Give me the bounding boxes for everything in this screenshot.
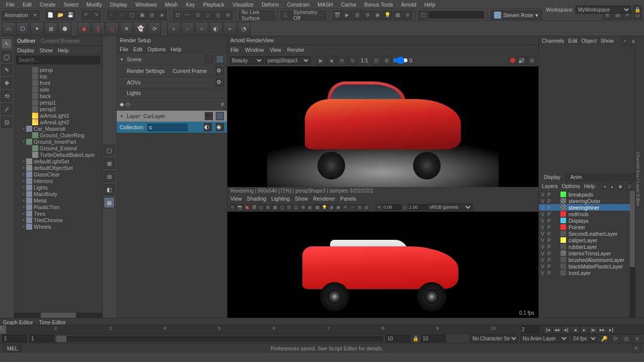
vp-bookmark-icon[interactable]: 🔖	[244, 204, 250, 211]
menu-file[interactable]: File	[2, 1, 19, 9]
autokey-icon[interactable]: 🔑	[600, 334, 609, 343]
rv-file[interactable]: File	[230, 47, 239, 53]
vp-xray-icon[interactable]: ◍	[363, 204, 370, 211]
rv-stop-icon[interactable]: ■	[327, 56, 336, 65]
step-fwd-icon[interactable]: |▸	[589, 326, 598, 334]
rotate-tool-icon[interactable]: ⟲	[1, 90, 12, 102]
move-tool-icon[interactable]: ✥	[1, 77, 12, 88]
layer-name[interactable]: CarLayer	[143, 113, 165, 119]
sel-obj-icon[interactable]: ▣	[137, 11, 146, 20]
snap-plane-icon[interactable]: ◇	[203, 11, 212, 20]
filter-icon[interactable]: ≡	[221, 101, 224, 107]
outliner-tree[interactable]: persptopfrontsidebackpersp1persp2aiAreaL…	[14, 65, 102, 313]
outliner-item[interactable]: aiAreaLight2	[15, 119, 101, 125]
vp-shaded-icon[interactable]: ◐	[307, 204, 313, 211]
layout-single-icon[interactable]: ▢	[104, 145, 115, 156]
rv-view[interactable]: View	[270, 47, 281, 53]
menu-help[interactable]: Help	[420, 1, 439, 9]
select-tool-icon[interactable]: ↖	[1, 38, 12, 49]
play-fwd-icon[interactable]: ▸	[580, 326, 589, 334]
display-layer[interactable]: VPinteriorTrimsLayer	[539, 250, 635, 256]
outliner-item[interactable]: +TrimChrome	[15, 217, 101, 223]
outliner-item[interactable]: +Lights	[15, 184, 101, 191]
snap-live-icon[interactable]: ◎	[213, 11, 222, 20]
scene-expand-icon[interactable]: ▼	[120, 57, 124, 62]
go-end-icon[interactable]: ▸|	[607, 326, 616, 334]
outliner-item[interactable]: persp1	[15, 99, 101, 106]
outliner-item[interactable]: +Ground_InnerPart	[15, 138, 101, 145]
menu-edit[interactable]: Edit	[19, 1, 36, 9]
shelf-constraint-icon[interactable]: ⟐	[167, 22, 180, 35]
outliner-item[interactable]: +defaultObjectSet	[15, 164, 101, 171]
display-layer[interactable]: VPbreakpads	[539, 191, 635, 198]
add-collection-icon[interactable]: ◇	[126, 101, 130, 107]
layer-eye-icon[interactable]: 👁	[205, 112, 213, 120]
current-frame-btn[interactable]: Current Frame	[173, 68, 207, 74]
vp-film-icon[interactable]: ▦	[272, 204, 278, 211]
ly-new-icon[interactable]: ◂	[603, 183, 606, 190]
snap-point-icon[interactable]: ⊙	[193, 11, 202, 20]
animlayer-select[interactable]: No Anim Layer	[520, 335, 569, 342]
tab-content-browser[interactable]: Content Browser	[41, 38, 80, 44]
outliner-item[interactable]: +defaultLightSet	[15, 158, 101, 164]
outliner-item[interactable]: front	[15, 79, 101, 86]
outliner-item[interactable]: persp2	[15, 106, 101, 112]
shelf-lattice-icon[interactable]: ⊞	[44, 22, 57, 35]
display-layer[interactable]: VPblackMattePlasticLayer	[539, 263, 635, 269]
rv-refresh-icon[interactable]: ⟳	[338, 56, 347, 65]
range-start[interactable]	[2, 335, 27, 342]
outliner-item[interactable]: persp	[15, 66, 101, 73]
vp-show[interactable]: Show	[295, 196, 308, 202]
play-start[interactable]	[29, 335, 54, 342]
snap-toggle-icon[interactable]: ⊕	[223, 11, 232, 20]
camera-select[interactable]: perspShape3	[265, 56, 310, 64]
outliner-item[interactable]: +PlasticTrim	[15, 204, 101, 210]
shelf-keymute-icon[interactable]: ✕	[120, 22, 133, 35]
mode-arrow-icon[interactable]: ▾	[30, 11, 39, 20]
rs-file[interactable]: File	[120, 46, 128, 52]
vp-lighting[interactable]: Lighting	[271, 196, 290, 202]
exposure-field[interactable]	[383, 204, 401, 210]
vp-aa-icon[interactable]: ✦	[342, 204, 349, 211]
display-layer[interactable]: VPrubberLayer	[539, 243, 635, 250]
last-tool-icon[interactable]: ⊡	[1, 117, 12, 128]
graph-editor-tab[interactable]: Graph Editor	[3, 319, 33, 324]
ch-edit[interactable]: Edit	[568, 38, 577, 45]
menu-constrain[interactable]: Constrain	[283, 1, 313, 9]
outliner-hscroll[interactable]	[14, 313, 102, 318]
layout-outliner-icon[interactable]: ▦	[104, 197, 115, 208]
viewport-image[interactable]: 0.1 fps	[227, 212, 538, 318]
outliner-item[interactable]: +Wheels	[15, 223, 101, 230]
panel-layout-icon[interactable]: ▢	[419, 11, 428, 20]
rs-edit[interactable]: Edit	[133, 46, 142, 52]
cmd-lang[interactable]: MEL	[3, 344, 22, 352]
shelf-circle-icon[interactable]	[16, 22, 29, 35]
menu-mesh[interactable]: Mesh	[161, 1, 182, 9]
range-end[interactable]	[421, 335, 446, 342]
outliner-item[interactable]: +Tires	[15, 210, 101, 217]
pause-icon[interactable]: ⏸	[403, 11, 412, 20]
vp-cam-icon[interactable]: 📷	[236, 204, 243, 211]
collection-name-input[interactable]	[147, 124, 188, 131]
vp-gamma-icon[interactable]: γ	[401, 204, 408, 211]
scale-tool-icon[interactable]: ⤢	[1, 104, 12, 115]
ly-options[interactable]: Options	[562, 183, 580, 190]
menu-windows[interactable]: Windows	[131, 1, 161, 9]
menu-cache[interactable]: Cache	[337, 1, 360, 9]
shelf-cluster-icon[interactable]: ⬢	[58, 22, 71, 35]
display-layer[interactable]: VPSecondLeatherLayer	[539, 230, 635, 237]
outliner-help[interactable]: Help	[58, 47, 69, 53]
command-input[interactable]	[429, 11, 484, 19]
rv-crop-icon[interactable]: ⊡	[372, 56, 381, 65]
save-scene-icon[interactable]: 💾	[66, 11, 75, 20]
shelf-keyframe-icon[interactable]: ◆	[77, 22, 91, 35]
menu-create[interactable]: Create	[36, 1, 60, 9]
time-editor-tab[interactable]: Time Editor	[39, 319, 66, 324]
rv-slider[interactable]	[393, 56, 408, 64]
ly-add-icon[interactable]: ◇	[627, 183, 632, 190]
vp-2d-icon[interactable]: ▭	[258, 204, 264, 211]
vp-renderer[interactable]: Renderer	[313, 196, 335, 202]
render-globals-icon[interactable]: ⚙	[363, 11, 372, 20]
workspace-dropdown[interactable]: MyWorkspace	[576, 6, 631, 14]
undo-icon[interactable]: ↶	[82, 11, 91, 20]
